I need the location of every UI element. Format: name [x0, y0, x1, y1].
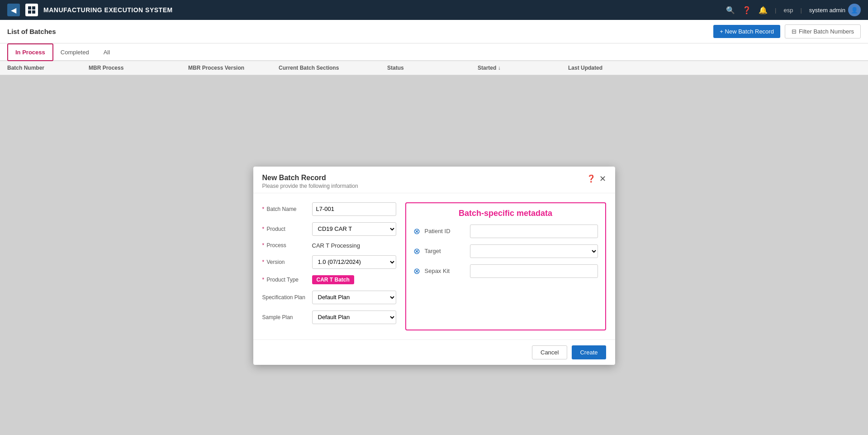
batch-name-input[interactable] [312, 202, 396, 216]
metadata-sepax-kit-row: ⊗ Sepax Kit [413, 264, 598, 278]
nav-lang: esp [783, 7, 793, 14]
sepax-kit-label: Sepax Kit [425, 268, 465, 274]
patient-id-label: Patient ID [425, 228, 465, 234]
batch-name-label: * Batch Name [262, 206, 312, 212]
process-label: * Process [262, 242, 312, 249]
modal-header: New Batch Record Please provide the foll… [253, 167, 615, 193]
svg-rect-3 [32, 10, 35, 14]
filter-label: Filter Batch Numbers [799, 28, 854, 35]
product-label: * Product [262, 226, 312, 232]
version-group: * Version 1.0 (07/12/2024) [262, 255, 396, 269]
top-navigation: ◀ MANUFACTURING EXECUTION SYSTEM 🔍 ❓ 🔔 |… [0, 0, 868, 20]
svg-rect-2 [28, 10, 31, 14]
app-logo [25, 4, 38, 16]
batch-name-group: * Batch Name [262, 202, 396, 216]
col-last-updated: Last Updated [568, 65, 659, 71]
avatar: 👤 [848, 4, 861, 16]
modal-body: * Batch Name * Product CD19 CAR T [253, 193, 615, 339]
metadata-section: Batch-specific metadata ⊗ Patient ID ⊗ T… [405, 202, 606, 330]
nav-divider2: | [800, 7, 802, 14]
process-value: CAR T Processing [312, 242, 360, 249]
spec-plan-group: Specification Plan Default Plan [262, 291, 396, 304]
search-icon[interactable]: 🔍 [726, 6, 735, 14]
tab-all[interactable]: All [96, 44, 117, 61]
modal-close-icon[interactable]: ✕ [599, 174, 606, 184]
new-batch-modal: New Batch Record Please provide the foll… [253, 167, 615, 365]
form-section: * Batch Name * Product CD19 CAR T [262, 202, 396, 330]
new-batch-button[interactable]: + New Batch Record [713, 25, 780, 38]
product-type-label: * Product Type [262, 277, 312, 283]
metadata-target-row: ⊗ Target [413, 244, 598, 258]
spec-plan-select[interactable]: Default Plan [312, 291, 396, 304]
header-actions: + New Batch Record ⊟ Filter Batch Number… [713, 24, 861, 38]
modal-title: New Batch Record [262, 174, 358, 182]
svg-rect-0 [28, 6, 31, 10]
back-icon: ◀ [11, 6, 16, 14]
patient-id-input[interactable] [470, 225, 598, 238]
nav-divider: | [775, 7, 776, 14]
avatar-icon: 👤 [851, 7, 858, 14]
user-menu[interactable]: system admin 👤 [809, 4, 861, 16]
modal-overlay: New Batch Record Please provide the foll… [0, 75, 868, 435]
col-actions [659, 65, 861, 71]
modal-subtitle: Please provide the following information [262, 183, 358, 189]
product-select[interactable]: CD19 CAR T [312, 222, 396, 236]
nav-username: system admin [809, 7, 845, 14]
page-title: List of Batches [7, 28, 56, 35]
filter-icon: ⊟ [792, 28, 797, 35]
sepax-kit-input[interactable] [470, 264, 598, 278]
remove-sepax-kit-icon[interactable]: ⊗ [413, 266, 420, 276]
sample-plan-label: Sample Plan [262, 314, 312, 320]
col-started: Started ↓ [478, 65, 568, 71]
spec-plan-label: Specification Plan [262, 294, 312, 301]
tab-completed[interactable]: Completed [53, 44, 96, 61]
metadata-patient-id-row: ⊗ Patient ID [413, 225, 598, 238]
col-batch-number: Batch Number [7, 65, 89, 71]
product-type-group: * Product Type CAR T Batch [262, 275, 396, 284]
page-header: List of Batches + New Batch Record ⊟ Fil… [0, 20, 868, 43]
version-select[interactable]: 1.0 (07/12/2024) [312, 255, 396, 269]
col-mbr-process: MBR Process [89, 65, 188, 71]
filter-button[interactable]: ⊟ Filter Batch Numbers [785, 24, 861, 38]
sample-plan-select[interactable]: Default Plan [312, 311, 396, 324]
bell-icon[interactable]: 🔔 [759, 6, 768, 14]
modal-footer: Cancel Create [253, 339, 615, 365]
col-current-sections: Current Batch Sections [279, 65, 387, 71]
col-status: Status [387, 65, 478, 71]
target-select[interactable] [470, 244, 598, 258]
modal-controls: ❓ ✕ [587, 174, 606, 184]
process-group: * Process CAR T Processing [262, 242, 396, 249]
back-button[interactable]: ◀ [7, 4, 20, 16]
tabs-bar: In Process Completed All [0, 43, 868, 61]
help-icon[interactable]: ❓ [742, 6, 751, 14]
version-label: * Version [262, 259, 312, 265]
tab-in-process[interactable]: In Process [7, 43, 53, 61]
modal-help-icon[interactable]: ❓ [587, 174, 596, 183]
metadata-title: Batch-specific metadata [413, 209, 598, 218]
cancel-button[interactable]: Cancel [532, 345, 567, 359]
remove-target-icon[interactable]: ⊗ [413, 246, 420, 256]
sample-plan-group: Sample Plan Default Plan [262, 311, 396, 324]
product-group: * Product CD19 CAR T [262, 222, 396, 236]
remove-patient-id-icon[interactable]: ⊗ [413, 226, 420, 236]
main-content: New Batch Record Please provide the foll… [0, 75, 868, 435]
col-mbr-version: MBR Process Version [188, 65, 279, 71]
create-button[interactable]: Create [572, 345, 606, 359]
product-type-badge: CAR T Batch [312, 275, 354, 284]
target-label: Target [425, 248, 465, 254]
table-header: Batch Number MBR Process MBR Process Ver… [0, 61, 868, 75]
svg-rect-1 [32, 6, 35, 10]
app-title: MANUFACTURING EXECUTION SYSTEM [43, 6, 173, 14]
